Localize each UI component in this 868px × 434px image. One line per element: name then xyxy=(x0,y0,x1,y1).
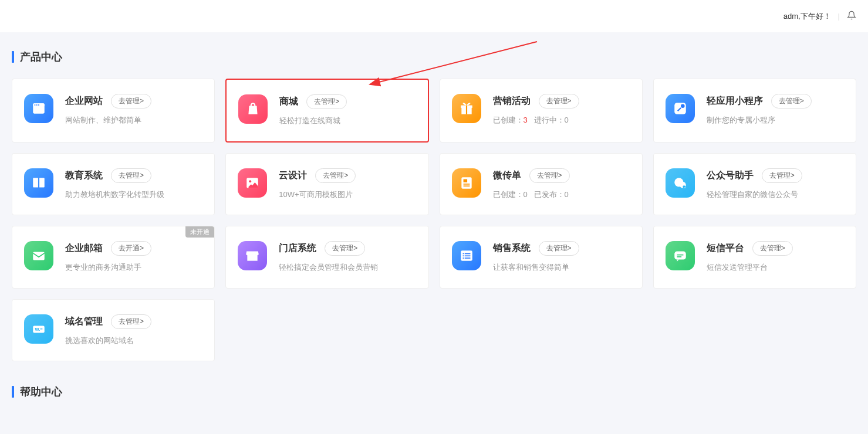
bag-icon xyxy=(238,94,268,124)
card-desc: 10W+可商用模板图片 xyxy=(279,189,416,201)
section-title-text: 帮助中心 xyxy=(20,385,62,399)
product-card[interactable]: 公众号助手 去管理> 轻松管理自家的微信公众号 xyxy=(653,153,856,216)
svg-rect-22 xyxy=(33,252,45,260)
svg-point-21 xyxy=(684,187,685,188)
svg-rect-31 xyxy=(677,255,683,256)
manage-button[interactable]: 去管理> xyxy=(529,168,570,183)
card-desc: 短信发送管理平台 xyxy=(707,262,844,273)
svg-rect-15 xyxy=(463,179,467,182)
wechat-icon xyxy=(666,168,695,198)
svg-rect-14 xyxy=(461,177,471,189)
list-icon xyxy=(452,241,481,270)
store-icon xyxy=(238,241,267,270)
card-stats: 已创建：3 进行中：0 xyxy=(493,116,569,124)
svg-rect-16 xyxy=(463,184,470,185)
svg-point-5 xyxy=(36,104,38,106)
gift-icon xyxy=(452,94,481,123)
manage-button[interactable]: 去管理> xyxy=(325,241,365,256)
card-stats: 已创建：0 已发布：0 xyxy=(493,190,569,199)
card-desc: 让获客和销售变得简单 xyxy=(493,262,630,273)
book-icon xyxy=(24,168,53,198)
svg-rect-25 xyxy=(464,253,470,255)
card-title: 销售系统 xyxy=(493,242,531,255)
card-desc: 更专业的商务沟通助手 xyxy=(65,262,202,273)
image-icon xyxy=(238,168,267,198)
card-title: 域名管理 xyxy=(65,316,103,328)
svg-point-4 xyxy=(35,104,36,106)
card-desc: 轻松打造在线商城 xyxy=(279,115,416,127)
window-icon xyxy=(24,94,53,123)
svg-rect-28 xyxy=(462,257,464,259)
card-title: 短信平台 xyxy=(707,242,744,255)
svg-point-11 xyxy=(681,104,685,108)
svg-rect-26 xyxy=(462,255,464,256)
card-title: 企业网站 xyxy=(65,95,103,107)
manage-button[interactable]: 去管理> xyxy=(752,241,793,256)
section-title-text: 产品中心 xyxy=(20,50,62,64)
card-desc: 挑选喜欢的网站域名 xyxy=(65,335,202,347)
card-desc: 网站制作、维护都简单 xyxy=(65,114,202,126)
svg-rect-27 xyxy=(464,255,470,256)
manage-button[interactable]: 去管理> xyxy=(315,168,356,183)
card-title: 企业邮箱 xyxy=(65,242,103,255)
message-icon xyxy=(666,241,695,270)
flyer-icon xyxy=(452,168,481,198)
greeting-text: adm,下午好！ xyxy=(783,11,831,22)
section-title-help: 帮助中心 xyxy=(12,385,856,399)
product-card[interactable]: 门店系统 去管理> 轻松搞定会员管理和会员营销 xyxy=(225,226,428,289)
svg-point-6 xyxy=(38,104,39,106)
card-title: 教育系统 xyxy=(65,169,103,182)
manage-button[interactable]: 去开通> xyxy=(111,241,151,256)
product-card[interactable]: 营销活动 去管理> 已创建：3 进行中：0 xyxy=(440,79,643,143)
card-title: 轻应用小程序 xyxy=(707,95,763,107)
manage-button[interactable]: 去管理> xyxy=(539,241,579,256)
link-icon xyxy=(666,94,695,123)
svg-rect-24 xyxy=(462,253,464,255)
card-desc: 轻松搞定会员管理和会员营销 xyxy=(279,262,416,273)
svg-rect-17 xyxy=(463,185,470,187)
header: adm,下午好！ | xyxy=(0,0,868,32)
card-title: 门店系统 xyxy=(279,242,316,255)
manage-button[interactable]: 去管理> xyxy=(306,94,347,109)
product-card[interactable]: W.= 域名管理 去管理> 挑选喜欢的网站域名 xyxy=(12,299,215,362)
bell-icon[interactable] xyxy=(847,11,856,22)
manage-button[interactable]: 去管理> xyxy=(111,314,151,329)
manage-button[interactable]: 去管理> xyxy=(762,168,802,183)
product-card[interactable]: 教育系统 去管理> 助力教培机构数字化转型升级 xyxy=(12,153,215,216)
status-badge: 未开通 xyxy=(185,226,214,238)
svg-text:W.=: W.= xyxy=(35,327,43,332)
card-desc: 助力教培机构数字化转型升级 xyxy=(65,189,202,201)
mail-icon xyxy=(24,241,53,270)
svg-rect-9 xyxy=(465,106,467,114)
manage-button[interactable]: 去管理> xyxy=(111,94,151,108)
manage-button[interactable]: 去管理> xyxy=(771,94,812,108)
card-title: 商城 xyxy=(279,96,298,108)
svg-rect-32 xyxy=(677,256,681,257)
card-title: 公众号助手 xyxy=(707,169,754,182)
product-card[interactable]: 云设计 去管理> 10W+可商用模板图片 xyxy=(225,153,428,216)
product-card[interactable]: 企业网站 去管理> 网站制作、维护都简单 xyxy=(12,79,215,143)
product-card[interactable]: 微传单 去管理> 已创建：0 已发布：0 xyxy=(440,153,643,216)
card-title: 营销活动 xyxy=(493,95,531,107)
divider: | xyxy=(838,12,840,21)
manage-button[interactable]: 去管理> xyxy=(111,168,151,183)
product-card[interactable]: 未开通 企业邮箱 去开通> 更专业的商务沟通助手 xyxy=(12,226,215,289)
card-title: 云设计 xyxy=(279,169,307,182)
svg-point-13 xyxy=(249,180,252,182)
product-card[interactable]: 销售系统 去管理> 让获客和销售变得简单 xyxy=(440,226,643,289)
svg-rect-29 xyxy=(464,257,470,259)
product-card[interactable]: 商城 去管理> 轻松打造在线商城 xyxy=(225,79,428,143)
card-desc: 轻松管理自家的微信公众号 xyxy=(707,189,844,201)
card-title: 微传单 xyxy=(493,169,521,182)
product-card[interactable]: 轻应用小程序 去管理> 制作您的专属小程序 xyxy=(653,79,856,143)
manage-button[interactable]: 去管理> xyxy=(539,94,579,108)
card-desc: 制作您的专属小程序 xyxy=(707,114,844,126)
product-card[interactable]: 短信平台 去管理> 短信发送管理平台 xyxy=(653,226,856,289)
section-title-products: 产品中心 xyxy=(12,50,856,64)
domain-icon: W.= xyxy=(24,314,53,344)
